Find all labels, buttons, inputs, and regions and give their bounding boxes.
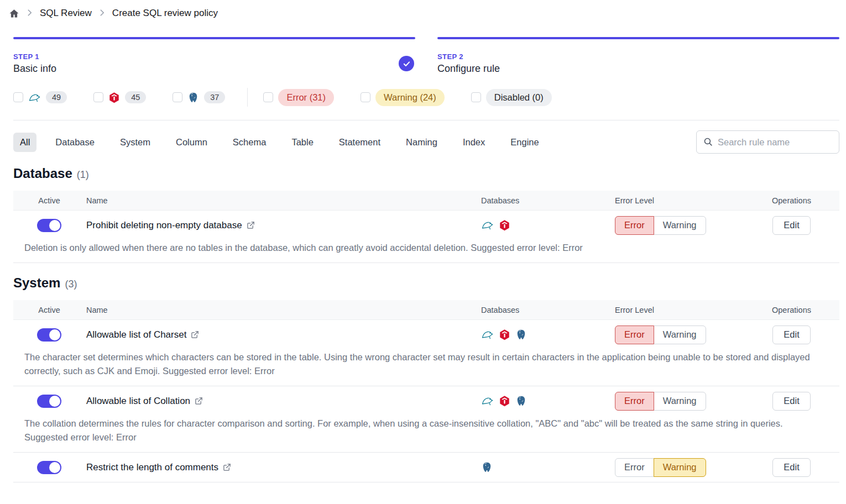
step-2: STEP 2 Configure rule [437,37,839,75]
rule-engines [468,219,602,232]
breadcrumb-separator-icon [27,9,32,18]
error-level-warning-button[interactable]: Warning [654,392,706,411]
breadcrumb-sql-review[interactable]: SQL Review [40,8,92,19]
error-level-toggle-group: Error Warning [615,326,706,344]
step-1-progress-bar [13,37,415,39]
level-filter-checkbox[interactable] [471,92,481,102]
tab-engine[interactable]: Engine [504,133,545,152]
tab-database[interactable]: Database [49,133,101,152]
table-header-row: Active Name Databases Error Level Operat… [13,300,839,320]
error-level-error-button[interactable]: Error [615,458,654,477]
mysql-icon [28,91,41,104]
mysql-icon [481,328,494,341]
rule-active-toggle[interactable] [37,461,61,474]
rule-description: The collation determines the rules for c… [13,416,839,452]
column-header-error-level: Error Level [602,306,744,314]
tab-naming[interactable]: Naming [399,133,444,152]
rule-table: Active Name Databases Error Level Operat… [13,191,839,263]
level-filter-label[interactable]: Disabled (0) [486,89,552,106]
edit-rule-button[interactable]: Edit [772,392,810,411]
engine-filter[interactable]: 37 [173,91,225,103]
level-filter[interactable]: Disabled (0) [471,89,552,106]
rule-item: Prohibit deleting non-empty database Err… [13,211,839,263]
tab-table[interactable]: Table [285,133,320,152]
rule-active-toggle[interactable] [37,395,61,408]
rule-row: Prohibit deleting non-empty database Err… [13,211,839,240]
error-level-toggle-group: Error Warning [615,392,706,411]
tab-all[interactable]: All [13,133,36,152]
rule-active-toggle[interactable] [37,328,61,342]
step-1: STEP 1 Basic info [13,37,415,75]
rule-name-link[interactable]: Restrict the length of comments [85,462,468,473]
engine-filter-checkbox[interactable] [93,92,103,102]
rule-name: Restrict the length of comments [86,462,218,473]
column-header-active: Active [13,196,85,205]
external-link-icon [195,397,203,405]
level-filter-checkbox[interactable] [361,92,370,102]
tidb-icon [499,219,510,231]
engine-filter[interactable]: 49 [13,91,67,104]
rule-engines [468,461,602,473]
sql-review-page: SQL Review Create SQL review policy STEP… [0,0,846,482]
level-filter[interactable]: Warning (24) [361,89,445,106]
tab-statement[interactable]: Statement [332,133,387,152]
column-header-operations: Operations [744,306,839,314]
rule-row: Allowable list of Charset Error Warning … [13,320,839,349]
engine-rule-count: 49 [46,91,67,103]
rule-name-link[interactable]: Allowable list of Charset [85,329,468,340]
edit-rule-button[interactable]: Edit [772,458,810,477]
section-title: System [13,275,60,291]
tab-column[interactable]: Column [169,133,214,152]
tidb-icon [499,395,510,407]
home-icon[interactable] [9,8,19,19]
error-level-error-button[interactable]: Error [615,326,654,344]
rule-item: Restrict the length of comments Error Wa… [13,453,839,482]
rule-name: Allowable list of Collation [86,396,190,407]
edit-rule-button[interactable]: Edit [772,326,810,344]
section-title: Database [13,166,72,181]
rule-engines [468,395,602,407]
tab-index[interactable]: Index [456,133,492,152]
column-header-databases: Databases [468,306,602,314]
engine-filter[interactable]: 45 [93,91,146,103]
step-2-progress-bar [437,37,839,39]
column-header-error-level: Error Level [602,196,744,205]
search-input[interactable] [696,130,839,154]
edit-rule-button[interactable]: Edit [772,216,810,235]
level-filter-checkbox[interactable] [263,92,273,102]
error-level-error-button[interactable]: Error [615,216,654,235]
column-header-active: Active [13,306,85,314]
rule-name: Allowable list of Charset [86,329,186,340]
tab-schema[interactable]: Schema [226,133,273,152]
error-level-warning-button[interactable]: Warning [654,216,706,235]
error-level-warning-button[interactable]: Warning [654,326,706,344]
rule-name-link[interactable]: Prohibit deleting non-empty database [85,220,468,231]
level-filter-label[interactable]: Warning (24) [375,89,445,106]
step-complete-check-icon [399,56,414,71]
level-filter-label[interactable]: Error (31) [278,89,334,106]
postgres-icon [481,461,493,473]
rule-name-link[interactable]: Allowable list of Collation [85,396,468,407]
rule-active-toggle[interactable] [37,219,61,232]
postgres-icon [515,329,527,340]
rule-row: Allowable list of Collation Error Warnin… [13,386,839,416]
breadcrumb: SQL Review Create SQL review policy [9,0,839,19]
engine-filter-checkbox[interactable] [173,92,182,102]
level-filter[interactable]: Error (31) [263,89,334,106]
column-header-name: Name [85,196,468,205]
column-header-name: Name [85,306,468,314]
rule-item: Allowable list of Charset Error Warning … [13,320,839,386]
error-level-warning-button[interactable]: Warning [654,458,706,477]
search-box [696,130,839,154]
step-1-label: STEP 1 [13,53,56,61]
mysql-icon [481,219,494,232]
filter-bar: 49 45 37 Error (31) Warning (24) Disable… [13,88,839,107]
rule-name: Prohibit deleting non-empty database [86,220,242,231]
error-level-toggle-group: Error Warning [615,216,706,235]
engine-filter-checkbox[interactable] [13,92,23,102]
tab-system[interactable]: System [113,133,157,152]
error-level-error-button[interactable]: Error [615,392,654,411]
mysql-icon [481,395,494,407]
engine-rule-count: 37 [204,91,225,103]
tidb-icon [499,329,510,340]
